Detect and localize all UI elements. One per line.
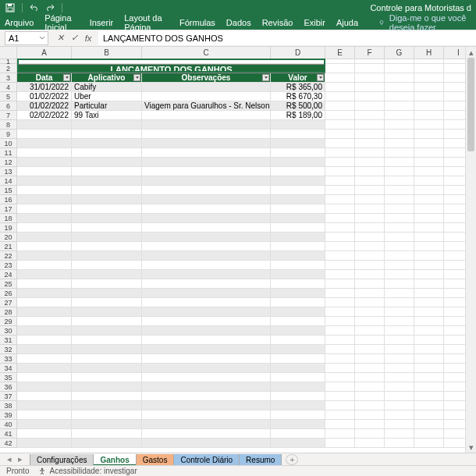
table-cell[interactable] <box>17 186 72 195</box>
table-cell[interactable] <box>17 289 72 298</box>
empty-cell[interactable] <box>444 326 465 336</box>
empty-cell[interactable] <box>355 242 385 251</box>
table-cell[interactable] <box>142 336 271 345</box>
empty-cell[interactable] <box>325 242 355 251</box>
table-cell[interactable] <box>17 148 72 158</box>
table-cell[interactable]: 01/02/2022 <box>17 101 72 111</box>
empty-cell[interactable] <box>325 120 355 130</box>
table-cell[interactable]: 99 Taxi <box>72 111 142 120</box>
table-cell[interactable] <box>271 261 325 270</box>
empty-cell[interactable] <box>385 158 414 167</box>
worksheet[interactable]: ABCDEFGHI 123456789101112131415161718192… <box>0 47 465 453</box>
empty-cell[interactable] <box>355 336 385 345</box>
empty-cell[interactable] <box>325 130 355 139</box>
empty-cell[interactable] <box>355 167 385 176</box>
table-cell[interactable] <box>142 186 271 195</box>
row-header[interactable]: 39 <box>0 410 17 420</box>
col-header-F[interactable]: F <box>355 47 385 59</box>
empty-cell[interactable] <box>325 345 355 354</box>
empty-cell[interactable] <box>325 307 355 317</box>
empty-cell[interactable] <box>444 373 465 382</box>
empty-cell[interactable] <box>444 186 465 195</box>
empty-cell[interactable] <box>414 111 444 120</box>
table-cell[interactable] <box>72 270 142 279</box>
empty-cell[interactable] <box>355 279 385 289</box>
enter-icon[interactable]: ✓ <box>69 33 80 44</box>
table-cell[interactable] <box>72 204 142 214</box>
table-cell[interactable] <box>142 420 271 429</box>
table-cell[interactable] <box>142 242 271 251</box>
empty-cell[interactable] <box>414 242 444 251</box>
table-cell[interactable]: Cabify <box>72 83 142 92</box>
row-header[interactable]: 2 <box>0 64 17 73</box>
row-header[interactable]: 26 <box>0 289 17 298</box>
empty-cell[interactable] <box>385 242 414 251</box>
empty-cell[interactable] <box>385 289 414 298</box>
table-cell[interactable] <box>271 326 325 336</box>
table-cell[interactable] <box>271 382 325 392</box>
empty-cell[interactable] <box>444 176 465 186</box>
table-cell[interactable] <box>72 401 142 410</box>
empty-cell[interactable] <box>444 307 465 317</box>
table-cell[interactable] <box>72 336 142 345</box>
empty-cell[interactable] <box>414 429 444 439</box>
table-cell[interactable] <box>271 345 325 354</box>
sheet-tab-configurações[interactable]: Configurações <box>30 454 94 466</box>
table-cell[interactable] <box>72 148 142 158</box>
table-header-valor[interactable]: Valor <box>271 73 325 83</box>
empty-cell[interactable] <box>444 242 465 251</box>
empty-cell[interactable] <box>444 261 465 270</box>
empty-cell[interactable] <box>355 251 385 261</box>
empty-cell[interactable] <box>355 261 385 270</box>
table-cell[interactable] <box>142 307 271 317</box>
table-cell[interactable] <box>142 233 271 242</box>
table-cell[interactable] <box>271 251 325 261</box>
row-header[interactable]: 33 <box>0 354 17 364</box>
table-header-aplicativo[interactable]: Aplicativo <box>72 73 142 83</box>
empty-cell[interactable] <box>325 139 355 148</box>
name-box[interactable]: A1 <box>5 31 48 45</box>
table-cell[interactable] <box>271 223 325 233</box>
table-cell[interactable] <box>271 354 325 364</box>
empty-cell[interactable] <box>325 336 355 345</box>
tell-me-search[interactable]: Diga-me o que você deseja fazer <box>378 13 471 32</box>
empty-cell[interactable] <box>414 326 444 336</box>
empty-cell[interactable] <box>385 186 414 195</box>
tab-dados[interactable]: Dados <box>226 18 251 27</box>
empty-cell[interactable] <box>444 130 465 139</box>
empty-cell[interactable] <box>444 298 465 307</box>
table-cell[interactable] <box>72 139 142 148</box>
empty-cell[interactable] <box>385 120 414 130</box>
empty-cell[interactable] <box>325 326 355 336</box>
table-cell[interactable] <box>142 167 271 176</box>
tab-inserir[interactable]: Inserir <box>90 18 114 27</box>
table-cell[interactable] <box>72 233 142 242</box>
empty-cell[interactable] <box>444 429 465 439</box>
empty-cell[interactable] <box>414 373 444 382</box>
row-header[interactable]: 4 <box>0 83 17 92</box>
empty-cell[interactable] <box>355 373 385 382</box>
empty-cell[interactable] <box>444 270 465 279</box>
empty-cell[interactable] <box>444 289 465 298</box>
empty-cell[interactable] <box>414 439 444 448</box>
empty-cell[interactable] <box>385 279 414 289</box>
empty-cell[interactable] <box>355 345 385 354</box>
tab-revisao[interactable]: Revisão <box>262 18 293 27</box>
empty-cell[interactable] <box>355 223 385 233</box>
empty-cell[interactable] <box>355 410 385 420</box>
table-cell[interactable] <box>17 382 72 392</box>
table-cell[interactable] <box>72 439 142 448</box>
row-header[interactable]: 19 <box>0 223 17 233</box>
empty-cell[interactable] <box>355 317 385 326</box>
empty-cell[interactable] <box>414 101 444 111</box>
empty-cell[interactable] <box>325 373 355 382</box>
empty-cell[interactable] <box>414 186 444 195</box>
table-cell[interactable] <box>142 429 271 439</box>
row-header[interactable]: 41 <box>0 429 17 439</box>
empty-cell[interactable] <box>355 111 385 120</box>
empty-cell[interactable] <box>414 364 444 373</box>
table-cell[interactable] <box>72 261 142 270</box>
empty-cell[interactable] <box>325 195 355 204</box>
empty-cell[interactable] <box>325 176 355 186</box>
tab-pagina-inicial[interactable]: Página Inicial <box>44 13 78 32</box>
